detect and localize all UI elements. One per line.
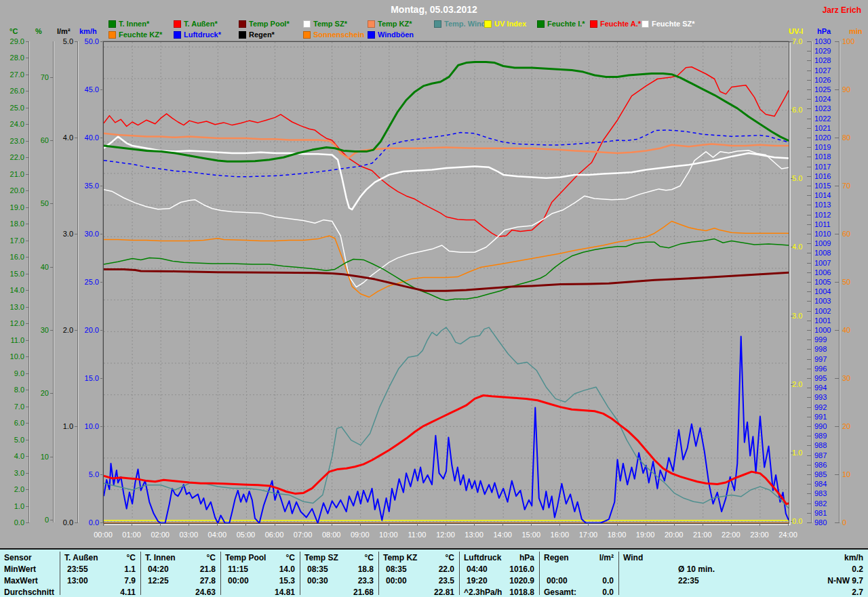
axis-tick — [807, 282, 812, 283]
axis-tick-label: 7.0 — [0, 403, 24, 411]
page-title: Montag, 05.03.2012 — [391, 4, 477, 15]
table-min-value: 22.0 — [378, 564, 454, 574]
legend-item-feuchte-a-[interactable]: Feuchte A.* — [590, 20, 641, 28]
axis-tick-label: 24.0 — [0, 120, 24, 128]
legend-swatch-icon — [484, 20, 492, 28]
table-row-label: Durchschnitt — [4, 588, 57, 597]
legend-item-luftdruck-[interactable]: Luftdruck* — [174, 30, 221, 39]
axis-tick — [807, 359, 812, 360]
x-axis-label: 24:00 — [775, 531, 801, 539]
axis-tick-label: 10.0 — [73, 422, 99, 430]
table-row-label: MaxWert — [4, 576, 57, 585]
legend-item-feuchte-i-[interactable]: Feuchte I.* — [537, 20, 585, 28]
axis-tick-label: 5.0 — [0, 436, 24, 444]
legend-label: Windböen — [378, 30, 414, 39]
axis-header-min: min — [849, 27, 863, 35]
axis-tick — [26, 340, 29, 341]
legend-label: Feuchte A.* — [600, 20, 641, 28]
legend-item-t-innen-[interactable]: T. Innen* — [108, 20, 149, 28]
legend-label: UV Index — [494, 20, 526, 28]
axis-tick — [807, 465, 812, 466]
axis-tick-label: 5.0 — [73, 470, 99, 478]
axis-tick — [807, 253, 812, 253]
axis-tick — [807, 349, 812, 350]
legend-swatch-icon — [239, 20, 246, 28]
axis-header-pct: % — [35, 27, 42, 35]
axis-tick — [807, 301, 812, 302]
axis-tick — [835, 234, 840, 234]
axis-tick — [807, 215, 812, 215]
axis-tick — [807, 243, 812, 244]
table-avg-value: 14.81 — [220, 588, 295, 597]
legend-item-sonnenschein[interactable]: Sonnenschein — [303, 30, 364, 39]
legend-label: Luftdruck* — [184, 30, 221, 39]
axis-tick — [26, 157, 29, 158]
legend-label: Feuchte SZ* — [652, 20, 695, 28]
axis-tick-label: 3.0 — [47, 230, 73, 238]
axis-tick — [26, 473, 29, 474]
legend-item-temp-wind-[interactable]: Temp. Wind* — [434, 20, 489, 28]
legend-label: Temp KZ* — [378, 20, 412, 28]
axis-tick-label: 28.0 — [0, 54, 24, 62]
axis-tick-label: 80 — [842, 133, 868, 142]
table-avg-value: 4.11 — [60, 588, 136, 597]
axis-tick — [807, 99, 812, 100]
axis-tick — [807, 186, 812, 186]
axis-tick — [807, 321, 812, 321]
x-axis-tick — [559, 523, 560, 526]
axis-tick-label: 29.0 — [0, 37, 24, 45]
axis-tick-label: 10 — [842, 470, 868, 478]
axis-tick-label: 2.0 — [0, 485, 24, 493]
table-avg-value: 2.7 — [618, 588, 863, 597]
axis-tick — [807, 426, 812, 427]
axis-tick — [50, 203, 54, 204]
legend-item-windb-en[interactable]: Windböen — [368, 30, 414, 39]
x-axis-tick — [703, 523, 703, 526]
axis-line-degC — [28, 41, 29, 522]
legend-swatch-icon — [174, 20, 181, 28]
axis-tick-label: 40 — [23, 263, 49, 271]
axis-tick — [835, 41, 840, 42]
legend-item-t-au-en-[interactable]: T. Außen* — [174, 20, 218, 28]
table-avg-value: 24.63 — [140, 588, 216, 597]
legend-item-uv-index[interactable]: UV Index — [484, 20, 526, 28]
legend-item-temp-kz-[interactable]: Temp KZ* — [368, 20, 412, 28]
axis-tick-label: 50 — [23, 199, 49, 207]
legend-item-temp-sz-[interactable]: Temp SZ* — [303, 20, 347, 28]
axis-tick-label: 20 — [23, 389, 49, 397]
x-axis-label: 23:00 — [747, 531, 772, 539]
axis-tick-label: 21.0 — [0, 170, 24, 178]
table-sensor-unit: hPa — [459, 553, 534, 562]
x-axis-tick — [446, 523, 446, 526]
axis-tick-label: 90 — [842, 85, 868, 94]
axis-tick — [26, 241, 29, 241]
axis-tick — [807, 311, 812, 312]
axis-tick-label: 20 — [842, 422, 868, 430]
axis-tick-label: 40.0 — [73, 133, 99, 142]
x-axis-label: 00:00 — [90, 531, 116, 539]
axis-tick — [50, 457, 54, 457]
legend-item-temp-pool-[interactable]: Temp Pool* — [239, 20, 290, 28]
x-axis-tick — [617, 523, 618, 526]
plot-area — [103, 41, 789, 524]
legend-item-feuchte-kz-[interactable]: Feuchte KZ* — [108, 30, 162, 39]
axis-tick — [26, 373, 29, 374]
table-max-value: 23.3 — [300, 576, 374, 585]
axis-tick — [26, 124, 29, 125]
table-row-label: MinWert — [4, 564, 57, 574]
legend-item-feuchte-sz-[interactable]: Feuchte SZ* — [642, 20, 695, 28]
axis-tick — [835, 330, 840, 331]
axis-tick-label: 10.0 — [0, 352, 24, 361]
x-axis-label: 16:00 — [547, 531, 572, 539]
x-axis-tick — [275, 523, 275, 526]
legend-swatch-icon — [537, 20, 545, 28]
table-avg-value: 22.81 — [378, 588, 454, 597]
table-max-value: 27.8 — [140, 576, 216, 585]
x-axis-label: 18:00 — [604, 531, 630, 539]
axis-tick — [807, 41, 812, 42]
axis-header-lm2: l/m² — [57, 27, 71, 35]
axis-tick — [807, 108, 812, 109]
legend-swatch-icon — [590, 20, 597, 28]
legend-item-regen-[interactable]: Regen* — [239, 30, 275, 39]
table-max-value: 7.9 — [60, 576, 136, 585]
